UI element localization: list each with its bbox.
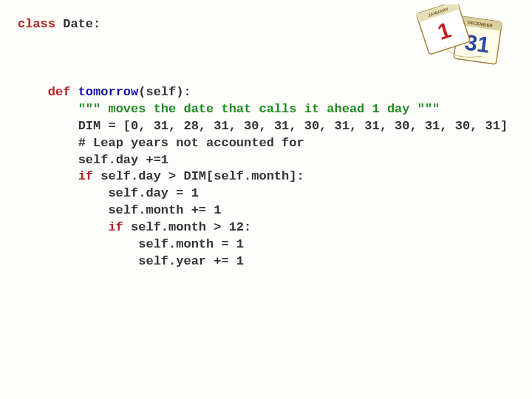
keyword-if: if — [108, 220, 131, 234]
code-line-dim: DIM = [0, 31, 28, 31, 30, 31, 30, 31, 31… — [18, 118, 514, 135]
keyword-class: class — [18, 17, 63, 31]
keyword-if: if — [78, 169, 101, 183]
code-line-docstring: """ moves the date that calls it ahead 1… — [18, 101, 514, 118]
class-name: Date — [63, 17, 93, 31]
code-snippet: class Date: def tomorrow(self): """ move… — [18, 16, 514, 270]
code-line: self.day = 1 — [18, 185, 514, 202]
code-line-if: if self.day > DIM[self.month]: — [18, 168, 514, 185]
code-line: self.day +=1 — [18, 152, 514, 169]
code-line-comment: # Leap years not accounted for — [18, 135, 514, 152]
docstring: """ moves the date that calls it ahead 1… — [78, 102, 440, 116]
dim-values: 0, 31, 28, 31, 30, 31, 30, 31, 31, 30, 3… — [131, 119, 500, 133]
code-line: self.month = 1 — [18, 236, 514, 253]
keyword-def: def — [48, 85, 78, 99]
code-line: self.month += 1 — [18, 202, 514, 219]
comment: # Leap years not accounted for — [78, 136, 304, 150]
code-line-class: class Date: — [18, 16, 514, 33]
code-line: self.year += 1 — [18, 253, 514, 270]
code-line-if: if self.month > 12: — [18, 219, 514, 236]
method-name: tomorrow — [78, 85, 139, 99]
code-line-def: def tomorrow(self): — [18, 84, 514, 101]
